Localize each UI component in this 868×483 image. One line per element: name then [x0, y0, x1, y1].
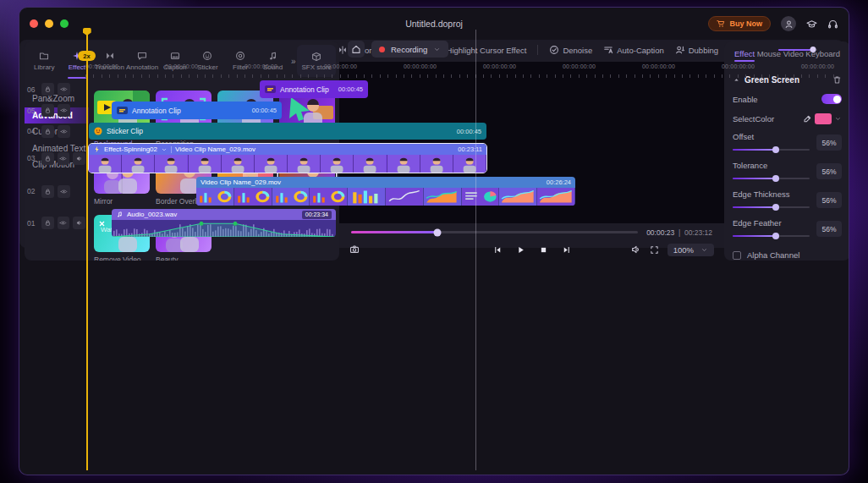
clip-duration: 00:00:45 [252, 107, 277, 114]
clip-annotation-clip[interactable]: Annotation Clip00:00:45 [260, 80, 368, 98]
video-clip-header: Video Clip Name_029.mov00:26:24 [196, 177, 575, 188]
track-number: 03 [27, 154, 38, 162]
toggle-visibility-button[interactable] [58, 152, 70, 165]
track-number: 02 [27, 187, 38, 195]
support-button[interactable] [827, 19, 838, 30]
clip-audio-0023-wav[interactable]: Audio_0023.wav00:23:34 [112, 209, 336, 237]
lock-track-button[interactable] [41, 185, 54, 198]
effect-label: Effect-Spinning02 [104, 145, 157, 153]
speaker-icon [75, 219, 83, 227]
timeline-zoom-handle[interactable] [810, 47, 816, 52]
chevron-down-icon[interactable] [161, 146, 168, 153]
mute-track-button[interactable] [73, 152, 85, 165]
track-header-04: 04 [19, 123, 85, 140]
next-frame-button[interactable] [562, 245, 571, 255]
ruler-timecode: 00:00:00:00 [165, 63, 198, 69]
buy-now-button[interactable]: Buy Now [708, 16, 771, 31]
track-header-02: 02 [19, 177, 85, 206]
ruler-timecode: 00:00:00:00 [244, 63, 277, 69]
headset-icon [827, 19, 838, 30]
video-clip-filmstrip [196, 188, 575, 206]
volume-button[interactable] [631, 244, 641, 255]
eye-icon [60, 107, 68, 114]
timeline-hover-line [475, 40, 476, 248]
previous-frame-button[interactable] [493, 245, 503, 255]
audio-waveform [112, 220, 336, 237]
effect-name: Beauty [156, 255, 212, 261]
timeline-zoom-slider[interactable] [778, 47, 817, 53]
graduation-cap-icon [806, 19, 817, 30]
lock-track-button[interactable] [41, 217, 54, 229]
toggle-visibility-button[interactable] [58, 125, 70, 138]
music-note-icon [116, 211, 124, 218]
track-header-05: 05 [19, 102, 85, 119]
source-selector[interactable]: Recording [371, 41, 448, 58]
filmstrip-frame [122, 155, 155, 173]
clip-video-clip-name-029-mov[interactable]: Video Clip Name_029.mov00:26:24 [196, 177, 575, 206]
play-button[interactable] [516, 245, 525, 255]
eye-icon [60, 85, 68, 93]
alpha-channel-checkbox[interactable] [733, 251, 741, 260]
preview-zoom-select[interactable]: 100% [667, 244, 714, 256]
play-icon [516, 245, 525, 255]
filmstrip-frame [255, 155, 288, 173]
timeline-playhead[interactable]: 2x [86, 40, 88, 248]
timeline-ruler[interactable]: 00:00:00:0000:00:00:0000:00:00:0000:00:0… [19, 60, 843, 80]
track-row-06: 06Annotation Clip00:00:45 [19, 80, 843, 98]
ruler-timecode: 00:00:00:00 [801, 63, 834, 69]
clip-label: Sticker Clip [107, 127, 143, 135]
recording-dot-icon [379, 47, 385, 52]
lock-track-button[interactable] [41, 83, 54, 96]
filmstrip-frame [288, 155, 321, 173]
clip-duration: 00:26:24 [547, 178, 571, 186]
audio-clip-header: Audio_0023.wav00:23:34 [112, 209, 336, 220]
ruler-timecode: 00:00:00:00 [483, 63, 516, 69]
track-row-01: 01Audio_0023.wav00:23:34 [19, 209, 843, 237]
clip-video-clip-name-029-mov[interactable]: Effect-Spinning02Video Clip Name_029.mov… [88, 143, 487, 173]
fullscreen-button[interactable] [650, 245, 659, 255]
track-row-05: 05Annotation Clip00:00:45 [19, 102, 843, 119]
source-label: Recording [391, 45, 427, 54]
clip-annotation-clip[interactable]: Annotation Clip00:00:45 [112, 102, 282, 119]
toggle-visibility-button[interactable] [58, 217, 70, 229]
lock-track-button[interactable] [41, 152, 54, 165]
track-number: 01 [27, 219, 38, 228]
clip-label: Annotation Clip [132, 107, 181, 115]
home-icon [351, 44, 361, 54]
clip-duration: 00:23:34 [302, 211, 332, 219]
toggle-visibility-button[interactable] [58, 104, 70, 117]
filmstrip-frame [196, 188, 234, 206]
mute-track-button[interactable] [73, 217, 85, 229]
filmstrip-frame [89, 155, 122, 173]
account-button[interactable] [781, 16, 796, 31]
tutorials-button[interactable] [806, 19, 817, 30]
annotation-clip-icon [265, 85, 276, 93]
lock-icon [44, 85, 52, 93]
clip-duration: 00:23:11 [458, 145, 482, 153]
lock-icon [44, 107, 52, 114]
track-lane-05: Annotation Clip00:00:45 [85, 102, 843, 119]
lightning-icon [93, 145, 101, 153]
clip-sticker-clip[interactable]: Sticker Clip00:00:45 [89, 123, 486, 140]
ruler-timecode: 00:00:00:00 [563, 63, 596, 69]
fullscreen-icon [650, 245, 659, 255]
eye-icon [59, 155, 67, 162]
clip-label: Video Clip Name_029.mov [201, 178, 281, 186]
toggle-visibility-button[interactable] [58, 83, 70, 96]
stop-button[interactable] [539, 245, 548, 255]
speaker-icon [75, 155, 83, 162]
lock-icon [44, 188, 52, 195]
user-icon [784, 19, 794, 29]
lock-track-button[interactable] [41, 125, 54, 138]
ruler-timecode: 00:00:00:00 [722, 63, 755, 69]
effect-name: Remove Video Watermark [94, 255, 150, 261]
lock-track-button[interactable] [41, 104, 54, 117]
track-row-04: 04Sticker Clip00:00:45 [19, 123, 843, 140]
clip-label: Video Clip Name_029.mov [175, 145, 255, 153]
home-button[interactable] [348, 41, 365, 58]
ruler-timecode: 00:00:00:00 [642, 63, 675, 69]
track-row-02: 02Video Clip Name_029.mov00:26:24 [19, 177, 843, 206]
app-window: Untitled.doproj Buy Now LibraryEffectTra… [19, 7, 849, 475]
toggle-visibility-button[interactable] [58, 185, 70, 198]
video-clip-header: Effect-Spinning02Video Clip Name_029.mov… [89, 144, 486, 155]
